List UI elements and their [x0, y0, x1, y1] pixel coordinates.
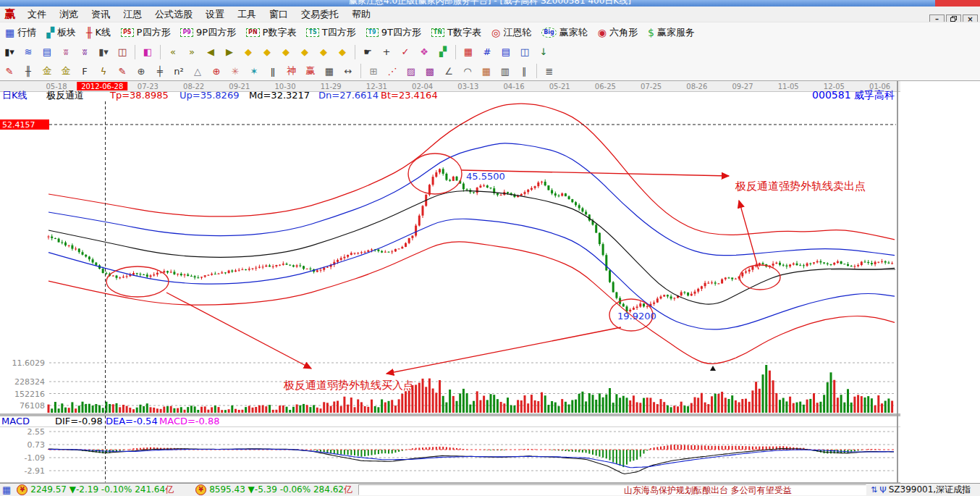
- toolbar-button-t-table[interactable]: TNT数字表: [426, 24, 486, 41]
- toolbar-button-t-square[interactable]: TST四方形: [301, 24, 360, 41]
- shenzhen-index-quote[interactable]: 8595.43 ▼-5.39 -0.06% 284.62亿: [209, 484, 352, 496]
- minor-cycle-icon[interactable]: ʬ: [57, 44, 75, 60]
- toolbar-button-9p-square[interactable]: P99P四方形: [175, 24, 241, 41]
- indicator-name[interactable]: 极反通道: [46, 90, 84, 101]
- fibonacci-icon[interactable]: F: [76, 63, 93, 79]
- toolbar-button-p-table[interactable]: PNP数字表: [241, 24, 301, 41]
- toolbar-button-winner-service[interactable]: $赢家服务: [643, 24, 700, 41]
- prev-kline-icon[interactable]: ◀: [202, 44, 219, 60]
- menu-item-help[interactable]: 帮助: [345, 7, 377, 22]
- toolbar-label: T四方形: [322, 26, 356, 39]
- major-cycle-icon[interactable]: ʬ: [76, 44, 93, 60]
- grid-123-icon[interactable]: ▦: [321, 63, 338, 79]
- trend-wave-icon[interactable]: ≋: [20, 44, 37, 60]
- channel-line-bt: [48, 242, 895, 364]
- toolbar-button-kline[interactable]: ╫K线: [81, 24, 116, 41]
- magic-tool-icon[interactable]: ❖: [415, 44, 433, 60]
- menu-item-file[interactable]: 文件: [21, 7, 53, 22]
- hand-tool-icon[interactable]: ☛: [359, 44, 376, 60]
- price-grid-icon[interactable]: ⊞: [365, 63, 382, 79]
- gann-diamond-2-icon[interactable]: ◆: [258, 44, 276, 60]
- mirror-icon[interactable]: △: [189, 63, 206, 79]
- current-index-label[interactable]: SZ399001,深证成指: [889, 484, 971, 496]
- next-kline-icon[interactable]: ▶: [221, 44, 238, 60]
- fan-box-icon[interactable]: ▨: [402, 63, 420, 79]
- menu-item-tools[interactable]: 工具: [231, 7, 263, 22]
- mark-tool-icon[interactable]: ✓: [397, 44, 414, 60]
- toolbar-button-p-square[interactable]: PSP四方形: [116, 24, 175, 41]
- gann-diamond-4-icon[interactable]: ◆: [296, 44, 313, 60]
- shenzhen-index-icon[interactable]: ¥: [195, 484, 206, 495]
- grid-lines-icon[interactable]: ╪: [151, 63, 169, 79]
- scroll-updown-icon[interactable]: ⇅: [871, 485, 877, 495]
- brush-icon[interactable]: ✎: [1, 63, 18, 79]
- toolbar-button-quotes[interactable]: ▦行情: [0, 24, 41, 41]
- toolbar-button-winner-wheel[interactable]: Big赢家轮: [536, 24, 593, 41]
- calculator-icon[interactable]: #: [478, 44, 496, 60]
- toolbar-button-sectors[interactable]: ▞板块: [41, 24, 81, 41]
- grid-brown-icon[interactable]: ▦: [478, 63, 495, 79]
- candle-type-dropdown-icon[interactable]: ▮▾: [95, 44, 112, 60]
- gann-diamond-5-icon[interactable]: ◆: [315, 44, 332, 60]
- macd-dea-line: [48, 449, 894, 468]
- n-square-icon[interactable]: n²: [170, 63, 187, 79]
- puzzle-tool-icon[interactable]: ▞: [434, 44, 452, 60]
- gold-ratio-icon[interactable]: 金: [38, 63, 56, 79]
- chart-svg[interactable]: 05-182012-06-2807-2308-2209-2110-3011-29…: [0, 81, 900, 484]
- titlebar-close-button[interactable]: [935, 0, 980, 7]
- toolbar-button-9t-square[interactable]: T99T四方形: [361, 24, 426, 41]
- measure-h-icon[interactable]: ↔: [339, 63, 357, 79]
- measure-brush-icon[interactable]: ✎: [114, 63, 131, 79]
- menu-item-trade-entrust[interactable]: 交易委托: [295, 7, 345, 22]
- main-toolbar: ▦行情▞板块╫K线PSP四方形P99P四方形PNP数字表TST四方形T99T四方…: [0, 22, 980, 43]
- grid-dark-icon[interactable]: ▥: [497, 63, 514, 79]
- calendar-icon[interactable]: ▦: [460, 44, 477, 60]
- parallel-lines-icon[interactable]: ∥: [515, 63, 533, 79]
- fan-red-icon[interactable]: ⋰: [384, 63, 401, 79]
- fan-box-2-icon[interactable]: ▩: [421, 63, 439, 79]
- app-logo-icon: 赢: [4, 7, 15, 21]
- toolbar-button-gann-wheel[interactable]: ◎江恩轮: [486, 24, 536, 41]
- arc-tool-icon[interactable]: ◠: [459, 63, 476, 79]
- news-ticker[interactable]: 山东海岛保护规划酝酿出台 多公司有望受益: [358, 484, 866, 495]
- win-tool-icon[interactable]: 赢: [302, 63, 319, 79]
- toolbar-button-hexagon[interactable]: ◉六角形: [593, 24, 643, 41]
- window-titlebar[interactable]: 赢家江恩4.0正版[赢家内部服务平台] - [威孚高科 SZ000581 400…: [0, 0, 980, 7]
- menu-item-browse[interactable]: 浏览: [53, 7, 85, 22]
- crosshair-tool-icon[interactable]: +: [378, 44, 395, 60]
- info-f10-icon[interactable]: ▤: [38, 44, 56, 60]
- quote-grid-icon[interactable]: ▦: [2, 484, 11, 495]
- gann-circle-icon[interactable]: ⊕: [132, 63, 150, 79]
- gold-section-icon[interactable]: 金: [57, 63, 75, 79]
- star-burst-icon[interactable]: ✳: [227, 63, 244, 79]
- color-chart-icon[interactable]: ◧: [139, 44, 156, 60]
- gann-diamond-1-icon[interactable]: ◆: [240, 44, 257, 60]
- gann-diamond-3-icon[interactable]: ◆: [277, 44, 295, 60]
- web-tool-icon[interactable]: ✶: [245, 63, 263, 79]
- menu-item-formula-picker[interactable]: 公式选股: [148, 7, 199, 22]
- stock-code-name[interactable]: 000581 威孚高科: [812, 89, 895, 101]
- candle-period-dropdown-icon[interactable]: ▮▾: [1, 44, 18, 60]
- menu-item-settings[interactable]: 设置: [199, 7, 231, 22]
- notes-icon[interactable]: ▤: [497, 44, 515, 60]
- export-icon[interactable]: ↓: [535, 44, 552, 60]
- menu-item-news[interactable]: 资讯: [85, 7, 117, 22]
- gann-diamond-6-icon[interactable]: ◆: [334, 44, 351, 60]
- shen-tool-icon[interactable]: 神: [283, 63, 300, 79]
- circle-cross-icon[interactable]: ⊕: [208, 63, 225, 79]
- last-kline-icon[interactable]: »: [183, 44, 200, 60]
- winner-service-icon: $: [648, 28, 654, 38]
- list-tool-icon[interactable]: ≣: [541, 63, 558, 79]
- save-icon[interactable]: ◫: [516, 44, 533, 60]
- first-kline-icon[interactable]: «: [164, 44, 182, 60]
- gann-grid-icon[interactable]: ╫: [20, 63, 37, 79]
- menu-item-gann[interactable]: 江恩: [117, 7, 148, 22]
- speed-lines-icon[interactable]: ∠: [440, 63, 457, 79]
- menu-item-window[interactable]: 窗口: [263, 7, 295, 22]
- winner-wheel-icon: Big: [541, 28, 557, 38]
- shanghai-index-icon[interactable]: ¥: [17, 484, 28, 495]
- pattern-tool-icon[interactable]: ◫: [114, 44, 131, 60]
- spiral-icon[interactable]: ϟ: [95, 63, 112, 79]
- tick-marks-icon[interactable]: ǁ: [264, 63, 282, 79]
- shanghai-index-quote[interactable]: 2249.57 ▼-2.19 -0.10% 241.64亿: [30, 484, 174, 496]
